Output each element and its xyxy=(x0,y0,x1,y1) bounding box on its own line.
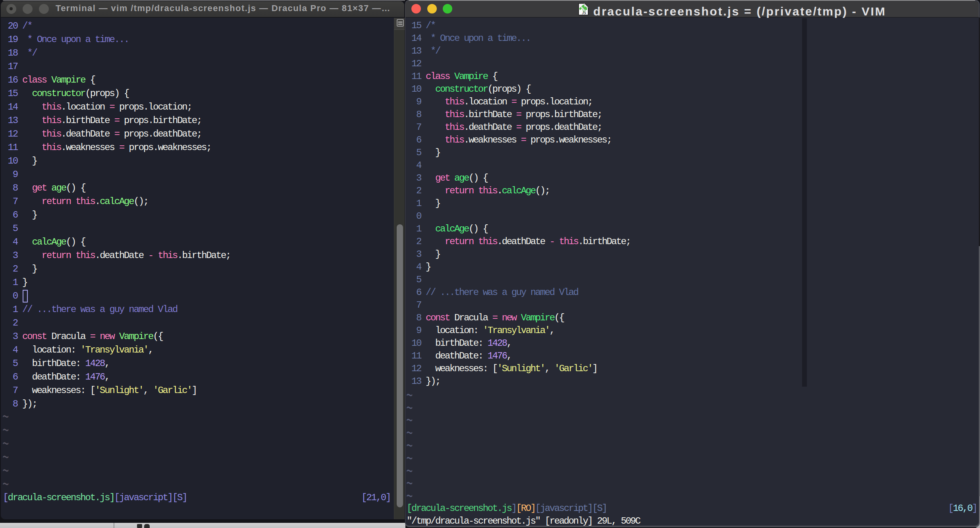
svg-text:JS: JS xyxy=(582,11,586,15)
